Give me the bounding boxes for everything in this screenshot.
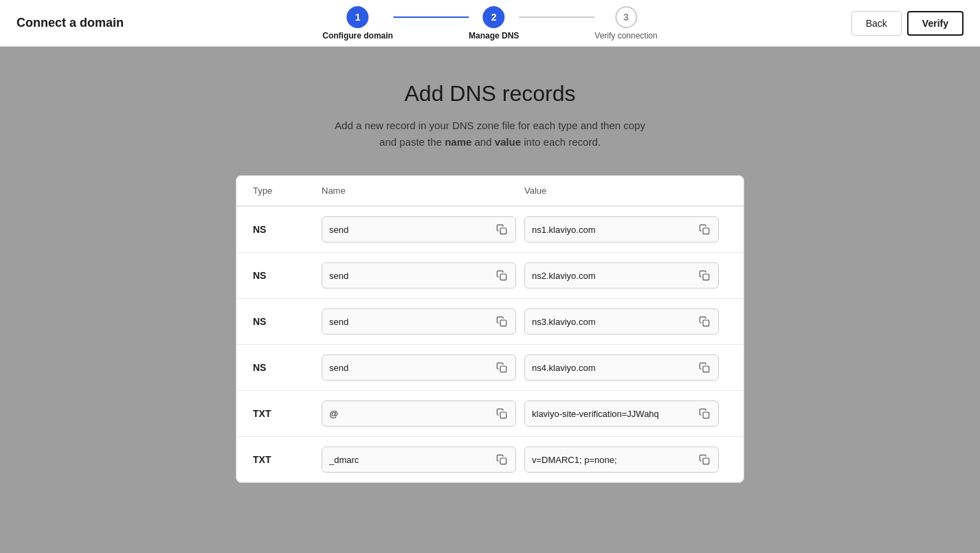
dns-name-field-3: send [322, 354, 516, 381]
dns-type-3: NS [253, 362, 322, 373]
copy-name-button-3[interactable] [495, 361, 509, 374]
name-emphasis: name [445, 136, 471, 148]
dns-value-field-0: ns1.klaviyo.com [524, 216, 719, 242]
dns-name-value-3: send [329, 363, 489, 373]
copy-name-button-1[interactable] [495, 269, 509, 282]
step-1-label: Configure domain [322, 31, 393, 41]
svg-rect-6 [500, 366, 506, 372]
dns-type-5: TXT [253, 454, 322, 465]
step-2: 2 Manage DNS [469, 6, 519, 41]
step-2-label: Manage DNS [469, 31, 519, 41]
dns-name-value-0: send [329, 225, 489, 235]
dns-value-value-2: ns3.klaviyo.com [532, 317, 692, 327]
copy-name-button-0[interactable] [495, 223, 509, 236]
step-3: 3 Verify connection [594, 6, 657, 41]
step-3-label: Verify connection [594, 31, 657, 41]
step-1-circle: 1 [347, 6, 369, 28]
table-row: NS send ns1.klaviyo.com [236, 206, 744, 252]
dns-value-field-2: ns3.klaviyo.com [524, 308, 719, 335]
col-header-value: Value [524, 185, 727, 196]
dns-type-0: NS [253, 224, 322, 235]
table-row: NS send ns3.klaviyo.com [236, 298, 744, 344]
dns-value-value-0: ns1.klaviyo.com [532, 225, 692, 235]
dns-value-value-4: klaviyo-site-verification=JJWahq [532, 409, 692, 419]
main-content: Add DNS records Add a new record in your… [0, 47, 980, 510]
svg-rect-7 [703, 366, 709, 372]
dns-value-value-1: ns2.klaviyo.com [532, 271, 692, 281]
table-header: Type Name Value [236, 176, 744, 206]
back-button[interactable]: Back [851, 11, 902, 36]
dns-rows: NS send ns1.klaviyo.com [236, 206, 744, 482]
svg-rect-9 [703, 412, 709, 418]
copy-value-button-0[interactable] [698, 223, 711, 236]
svg-rect-11 [703, 458, 709, 464]
svg-rect-4 [500, 320, 506, 326]
dns-name-value-2: send [329, 317, 489, 327]
dns-name-value-5: _dmarc [329, 455, 489, 465]
connector-2 [519, 16, 594, 18]
svg-rect-2 [500, 274, 506, 280]
header: Connect a domain 1 Configure domain 2 Ma… [0, 0, 980, 47]
dns-value-value-5: v=DMARC1; p=none; [532, 455, 692, 465]
stepper: 1 Configure domain 2 Manage DNS 3 Verify… [322, 6, 657, 41]
copy-name-button-5[interactable] [495, 453, 509, 466]
app-title: Connect a domain [16, 16, 124, 30]
dns-type-1: NS [253, 270, 322, 281]
copy-name-button-2[interactable] [495, 315, 509, 328]
value-emphasis: value [495, 136, 521, 148]
dns-name-field-4: @ [322, 400, 516, 427]
table-row: TXT _dmarc v=DMARC1; p=none; [236, 436, 744, 482]
svg-rect-5 [703, 320, 709, 326]
copy-value-button-1[interactable] [698, 269, 711, 282]
step-1: 1 Configure domain [322, 6, 393, 41]
step-3-circle: 3 [615, 6, 637, 28]
page-description: Add a new record in your DNS zone file f… [335, 117, 645, 150]
dns-table: Type Name Value NS send ns1.klaviyo.com [236, 175, 744, 483]
dns-value-field-3: ns4.klaviyo.com [524, 354, 719, 381]
dns-value-value-3: ns4.klaviyo.com [532, 363, 692, 373]
dns-value-field-5: v=DMARC1; p=none; [524, 447, 719, 473]
dns-type-2: NS [253, 316, 322, 327]
table-row: TXT @ klaviyo-site-verification=JJWahq [236, 390, 744, 436]
svg-rect-10 [500, 458, 506, 464]
dns-name-field-2: send [322, 308, 516, 335]
dns-name-field-0: send [322, 216, 516, 242]
step-2-circle: 2 [483, 6, 505, 28]
page-title: Add DNS records [405, 81, 576, 106]
dns-name-value-1: send [329, 271, 489, 281]
dns-name-value-4: @ [329, 409, 489, 419]
copy-value-button-2[interactable] [698, 315, 711, 328]
svg-rect-1 [703, 228, 709, 234]
copy-value-button-4[interactable] [698, 407, 711, 420]
dns-type-4: TXT [253, 408, 322, 419]
table-row: NS send ns4.klaviyo.com [236, 344, 744, 390]
dns-value-field-4: klaviyo-site-verification=JJWahq [524, 400, 719, 427]
col-header-name: Name [322, 185, 524, 196]
copy-value-button-3[interactable] [698, 361, 711, 374]
table-row: NS send ns2.klaviyo.com [236, 252, 744, 298]
verify-button[interactable]: Verify [907, 11, 964, 36]
col-header-type: Type [253, 185, 322, 196]
copy-name-button-4[interactable] [495, 407, 509, 420]
dns-name-field-1: send [322, 262, 516, 289]
copy-value-button-5[interactable] [698, 453, 711, 466]
header-buttons: Back Verify [851, 11, 964, 36]
svg-rect-3 [703, 274, 709, 280]
dns-name-field-5: _dmarc [322, 447, 516, 473]
connector-1 [393, 16, 469, 18]
svg-rect-0 [500, 228, 506, 234]
svg-rect-8 [500, 412, 506, 418]
dns-value-field-1: ns2.klaviyo.com [524, 262, 719, 289]
